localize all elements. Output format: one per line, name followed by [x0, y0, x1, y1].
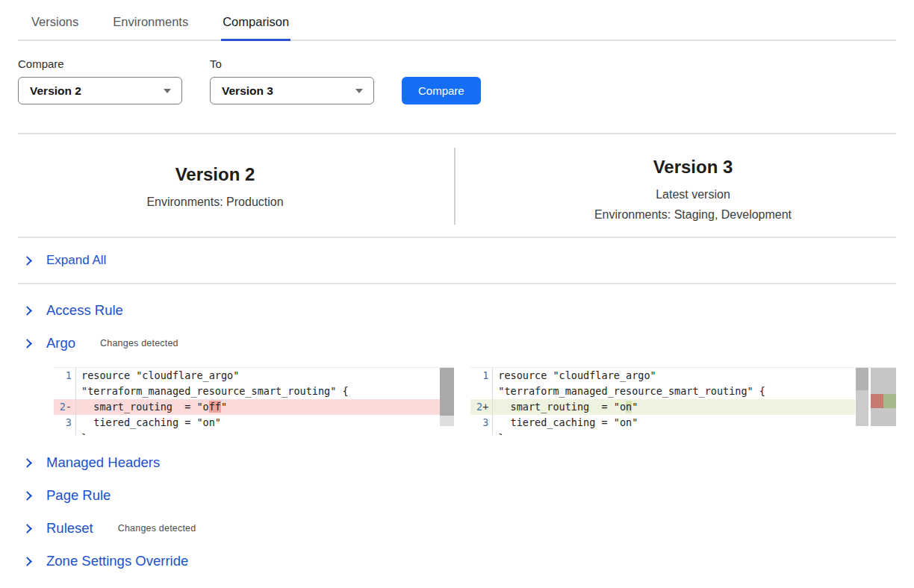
- expand-all-button[interactable]: Expand All: [18, 237, 896, 284]
- code-text: resource "cloudflare_argo": [493, 368, 656, 384]
- line-number: 3: [54, 415, 76, 431]
- version-right-column: Version 3 Latest version Environments: S…: [456, 148, 896, 225]
- compare-to-value: Version 3: [222, 84, 273, 98]
- inline-diff-highlight: n: [626, 401, 632, 413]
- compare-from-value: Version 2: [30, 84, 81, 98]
- version-right-subtitle: Latest version: [490, 184, 896, 204]
- line-number: 2-: [54, 399, 76, 415]
- code-text: tiered_caching = "on": [76, 415, 221, 431]
- chevron-down-icon: [355, 89, 363, 93]
- argo-diff-viewer: 1resource "cloudflare_argo""terraform_ma…: [54, 367, 896, 435]
- section-label: Argo: [46, 335, 75, 351]
- vertical-scrollbar[interactable]: [440, 368, 454, 426]
- diff-row-left: }: [54, 431, 454, 435]
- diff-code-area: 1resource "cloudflare_argo""terraform_ma…: [470, 368, 855, 435]
- line-number: 1: [470, 368, 493, 384]
- chevron-right-icon: [22, 306, 32, 316]
- compare-label: Compare: [18, 57, 182, 70]
- version-right-title: Version 3: [490, 157, 896, 178]
- compare-button[interactable]: Compare: [402, 77, 481, 104]
- removed-change-marker: [871, 394, 883, 408]
- code-text: "terraform_managed_resource_smart_routin…: [493, 384, 765, 399]
- version-right-environments: Environments: Staging, Development: [490, 204, 896, 225]
- section-label: Managed Headers: [46, 454, 160, 471]
- chevron-right-icon: [22, 524, 32, 534]
- line-number: 2+: [470, 399, 493, 415]
- diff-row-left: 2- smart_routing = "off": [54, 399, 454, 415]
- chevron-right-icon: [22, 458, 32, 468]
- diff-row-left: 1resource "cloudflare_argo": [54, 368, 454, 384]
- section-label: Page Rule: [46, 487, 111, 504]
- to-label: To: [210, 57, 374, 70]
- section-argo[interactable]: ArgoChanges detected: [18, 328, 896, 360]
- tab-versions[interactable]: Versions: [30, 10, 80, 41]
- code-text: tiered_caching = "on": [493, 415, 638, 431]
- diff-row-right: 1resource "cloudflare_argo": [470, 368, 855, 384]
- compare-to-select[interactable]: Version 3: [210, 77, 374, 104]
- diff-row-right: 3 tiered_caching = "on": [470, 415, 855, 431]
- diff-row-right: }: [470, 431, 855, 435]
- line-number: [54, 431, 76, 435]
- line-number: [54, 384, 76, 399]
- section-managed-headers[interactable]: Managed Headers: [18, 447, 896, 479]
- added-marker: +: [482, 401, 488, 413]
- diff-overview-map: [871, 368, 896, 426]
- diff-panel-right: 1resource "cloudflare_argo""terraform_ma…: [470, 367, 896, 435]
- line-number: 1: [54, 368, 76, 384]
- changes-detected-badge: Changes detected: [100, 338, 178, 348]
- chevron-right-icon: [22, 256, 32, 266]
- chevron-right-icon: [22, 491, 32, 501]
- code-text: }: [493, 431, 504, 435]
- diff-row-left: 3 tiered_caching = "on": [54, 415, 454, 431]
- inline-diff-highlight: ff: [209, 401, 221, 413]
- section-zone-settings-override[interactable]: Zone Settings Override: [18, 545, 896, 578]
- diff-panel-left: 1resource "cloudflare_argo""terraform_ma…: [54, 367, 454, 435]
- code-text: "terraform_managed_resource_smart_routin…: [76, 384, 349, 399]
- chevron-down-icon: [164, 89, 171, 93]
- scrollbar-thumb[interactable]: [856, 368, 868, 390]
- line-number: [470, 431, 493, 435]
- code-text: resource "cloudflare_argo": [76, 368, 239, 384]
- resource-sections: Access RuleArgoChanges detected1resource…: [18, 295, 896, 578]
- diff-row-left: "terraform_managed_resource_smart_routin…: [54, 384, 454, 399]
- section-ruleset[interactable]: RulesetChanges detected: [18, 513, 896, 545]
- tab-environments[interactable]: Environments: [111, 10, 190, 41]
- removed-marker: -: [66, 401, 72, 413]
- version-headers: Version 2 Environments: Production Versi…: [18, 148, 896, 237]
- section-access-rule[interactable]: Access Rule: [18, 295, 896, 327]
- changes-detected-badge: Changes detected: [118, 523, 196, 534]
- section-label: Ruleset: [46, 520, 93, 537]
- expand-all-label: Expand All: [46, 253, 106, 268]
- section-page-rule[interactable]: Page Rule: [18, 480, 896, 512]
- diff-row-right: "terraform_managed_resource_smart_routin…: [470, 384, 855, 399]
- version-left-title: Version 2: [18, 164, 412, 185]
- line-number: [470, 384, 493, 399]
- scrollbar-thumb[interactable]: [440, 368, 454, 416]
- version-left-environments: Environments: Production: [18, 192, 412, 212]
- tab-bar: VersionsEnvironmentsComparison: [18, 0, 896, 41]
- line-number: 3: [470, 415, 493, 431]
- section-label: Access Rule: [46, 302, 123, 319]
- chevron-right-icon: [22, 339, 32, 348]
- tab-comparison[interactable]: Comparison: [221, 10, 290, 41]
- added-change-marker: [883, 394, 896, 408]
- code-text: smart_routing = "off": [76, 399, 227, 415]
- version-left-column: Version 2 Environments: Production: [18, 148, 456, 225]
- diff-row-right: 2+ smart_routing = "on": [470, 399, 855, 415]
- compare-from-select[interactable]: Version 2: [18, 77, 182, 104]
- code-text: }: [76, 431, 87, 435]
- chevron-right-icon: [22, 557, 32, 566]
- code-text: smart_routing = "on": [493, 399, 638, 415]
- section-label: Zone Settings Override: [46, 553, 188, 569]
- compare-controls: Compare Version 2 To Version 3 Compare: [18, 57, 896, 134]
- vertical-scrollbar[interactable]: [856, 368, 868, 426]
